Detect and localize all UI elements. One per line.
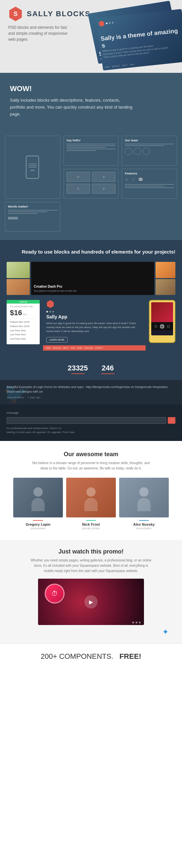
- ready-section: Ready to use blocks and hundreds of elem…: [0, 240, 182, 359]
- promo-video[interactable]: ⏱ ▶: [38, 579, 144, 625]
- avatar-1: [13, 478, 63, 518]
- social-section: message → For professionals and infrastr…: [0, 405, 182, 441]
- dot-2: [109, 22, 111, 24]
- person-head-3: [139, 487, 149, 497]
- wf-line: [8, 213, 37, 214]
- team-section: Our awesome team Not believe in a domain…: [0, 441, 182, 540]
- wf-plus-card: + + + +: [64, 169, 119, 198]
- promo-description: Whether you need simple pages, writing g…: [28, 558, 154, 574]
- app-card-desc: Your guess is as good as ours on this on…: [34, 289, 152, 292]
- app-mockup-row: Optimal For professionals only $16 /mo F…: [7, 300, 175, 350]
- wf-phone-line-1: [28, 163, 37, 164]
- nav-team: TEAM: [70, 347, 75, 349]
- social-input-row: →: [7, 417, 175, 424]
- wf-hello-card: Say hello!: [64, 136, 119, 165]
- wf-line: [125, 184, 174, 185]
- wf-plus-2: +: [92, 172, 116, 182]
- price-feature-2: Feature Item 01/03: [10, 324, 36, 329]
- social-input[interactable]: [7, 417, 166, 424]
- avatar-img-1: [13, 478, 63, 518]
- wow-section: WOW! Sally includes blocks with descript…: [0, 73, 182, 129]
- twitter-time: 1 days ago: [27, 396, 40, 399]
- sally-app-title: Sally App: [46, 314, 142, 319]
- price-card-header: Optimal: [7, 300, 40, 304]
- learn-more-button[interactable]: LEARN MORE: [46, 337, 67, 343]
- wf-features-title: Features: [125, 172, 174, 175]
- price-feature-4: Live Price Here: [10, 333, 36, 337]
- wow-description: Sally includes blocks with descriptions,…: [10, 97, 136, 118]
- team-member-3: Alex Novsky DESIGNER: [119, 478, 169, 530]
- person-head-1: [33, 487, 43, 497]
- twitter-author: @pixelBuddha: [7, 396, 24, 399]
- member-name-3: Alex Novsky: [119, 522, 169, 526]
- phone-controls: ▶: [151, 322, 173, 330]
- app-card-title: Creative Dash Pro: [34, 285, 152, 288]
- brand-name: SALLY BLOCKS: [27, 9, 91, 18]
- social-label: message: [7, 411, 175, 414]
- collage-row: Creative Dash Pro Your guess is as good …: [7, 262, 175, 295]
- price-feature-3: Live Price Here: [10, 329, 36, 333]
- wf-line: [66, 147, 106, 148]
- footer-section: 200+ COMPONENTS. FREE!: [0, 643, 182, 669]
- video-clock-icon: ⏱: [45, 584, 64, 603]
- footer-components: 200+ COMPONENTS.: [41, 652, 113, 660]
- twitter-text: Beautiful Examples of Login Forms for We…: [7, 385, 175, 394]
- person-body-2: [84, 498, 98, 511]
- tagline: PSD blocks and elements for fast and sim…: [8, 25, 68, 42]
- wf-phone-icon: [26, 156, 39, 179]
- wf-phone-button: [30, 170, 35, 171]
- avatar-img-2: [66, 478, 116, 518]
- wf-plus-4: +: [92, 184, 116, 194]
- stats-section: 23325 246: [0, 359, 182, 380]
- dot-active: [46, 311, 48, 312]
- stat-number-2: 246: [101, 364, 115, 372]
- logo-hex: S: [8, 7, 23, 21]
- wf-line: [125, 145, 164, 146]
- collage-img-brown: [155, 279, 175, 295]
- collage-right: [155, 262, 175, 295]
- wf-line: [8, 210, 57, 211]
- nav-features: FEATURES: [84, 347, 93, 349]
- nav-contact: CONTACT: [95, 347, 103, 349]
- price-divider: [10, 318, 36, 319]
- social-submit-button[interactable]: →: [168, 417, 175, 424]
- collage-center: Creative Dash Pro Your guess is as good …: [31, 262, 154, 295]
- wf-line: [66, 149, 116, 149]
- wf-line: [8, 212, 47, 212]
- nav-work: WORK: [77, 347, 82, 349]
- stat-number-1: 23325: [67, 364, 88, 372]
- team-member-1: Gregory Lapin DESIGNER: [13, 478, 63, 530]
- footer-free: FREE!: [119, 652, 141, 660]
- chat-icon: 💬: [138, 177, 143, 182]
- sally-app-block: Sally App What our app is good for is ma…: [43, 300, 146, 350]
- dot: [52, 311, 54, 312]
- wf-phone-line-3: [28, 167, 37, 167]
- wf-plus-1: +: [66, 172, 90, 182]
- member-role-2: DEVELOPER: [66, 527, 116, 530]
- price-feature-1: Feature Item 01/03: [10, 320, 36, 324]
- wf-team-card: Our team: [122, 136, 177, 165]
- wf-phone-line-2: [28, 165, 37, 166]
- wf-line: [66, 144, 116, 144]
- slide-dots: [106, 22, 114, 24]
- twitter-content: Beautiful Examples of Login Forms for We…: [7, 385, 175, 400]
- video-controls-bar: [132, 622, 141, 623]
- ctrl-next: [167, 325, 170, 328]
- person-body-1: [31, 498, 45, 511]
- price-card: Optimal For professionals only $16 /mo F…: [7, 300, 40, 344]
- member-divider-2: [86, 520, 96, 521]
- header-section: S SALLY BLOCKS PSD blocks and elements f…: [0, 0, 182, 73]
- ctrl-play: ▶: [160, 324, 164, 329]
- wf-line: [125, 187, 174, 188]
- nav-home: HOME: [46, 347, 51, 349]
- member-divider-3: [139, 520, 149, 521]
- avatar-img-3: [119, 478, 169, 518]
- footer-text: 200+ COMPONENTS. FREE!: [7, 652, 175, 661]
- promo-footer: ✦: [7, 625, 175, 635]
- sparkle-icon: ✦: [162, 627, 169, 637]
- sally-app-hex: [46, 300, 54, 308]
- price-amount: $16: [10, 309, 22, 317]
- wireframes-grid: Say hello! Our team + + + +: [5, 136, 177, 232]
- social-left: message → For professionals and infrastr…: [7, 411, 175, 434]
- ctrl-prev: [155, 325, 157, 328]
